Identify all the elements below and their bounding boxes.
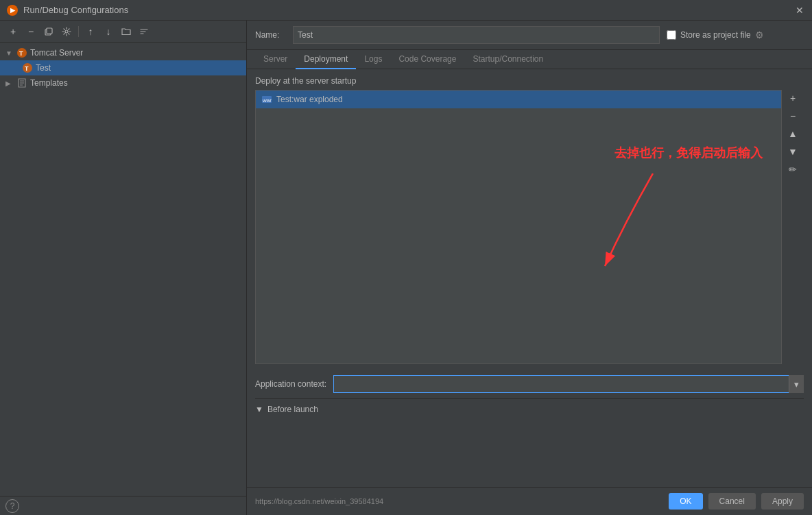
add-config-button[interactable]: + [5,24,21,39]
window-controls: ✕ [794,5,805,16]
title-bar-left: ▶ Run/Debug Configurations [7,5,128,16]
apply-button[interactable]: Apply [761,493,804,510]
settings-config-button[interactable] [59,24,74,39]
name-label: Name: [255,30,286,40]
app-icon: ▶ [7,5,18,16]
store-as-project-checkbox[interactable] [667,30,676,40]
list-edit-button[interactable]: ✏ [785,161,801,178]
svg-text:T: T [25,65,29,72]
list-remove-button[interactable]: − [785,108,801,124]
tab-logs[interactable]: Logs [356,50,390,69]
deploy-list: war Test:war exploded [255,90,782,364]
templates-label: Templates [30,78,68,88]
folder-button[interactable] [119,24,134,39]
store-file-area: Store as project file ⚙ [667,29,804,40]
tab-code-coverage[interactable]: Code Coverage [390,50,464,69]
war-exploded-icon: war [261,94,272,105]
list-down-button[interactable]: ▼ [785,143,801,160]
remove-config-button[interactable]: − [23,24,38,39]
app-context-dropdown-button[interactable]: ▾ [789,375,804,393]
tree-arrow-tomcat: ▼ [5,49,14,57]
before-launch-header[interactable]: ▼ Before launch [255,405,804,414]
sort-button[interactable] [136,24,152,39]
tree-arrow-templates: ▶ [5,80,14,87]
name-input[interactable] [293,26,660,44]
tab-deployment[interactable]: Deployment [296,50,356,69]
action-bar: https://blog.csdn.net/weixin_39584194 OK… [247,487,812,515]
title-bar: ▶ Run/Debug Configurations ✕ [0,0,812,21]
app-context-label: Application context: [255,379,326,389]
before-launch-label: Before launch [267,405,318,414]
close-button[interactable]: ✕ [794,5,805,16]
deploy-list-container: war Test:war exploded + − ▲ ▼ ✏ [255,90,804,364]
copy-config-button[interactable] [41,24,56,39]
test-run-icon: T [22,62,33,73]
tomcat-server-label: Tomcat Server [30,48,83,58]
list-action-buttons: + − ▲ ▼ ✏ [782,90,804,364]
app-context-input[interactable] [333,375,804,393]
right-panel: Name: Store as project file ⚙ Server Dep… [247,21,812,515]
name-row: Name: Store as project file ⚙ [247,21,812,50]
store-settings-icon[interactable]: ⚙ [755,29,764,40]
test-config-label: Test [36,63,51,73]
store-as-project-label: Store as project file [680,30,751,40]
svg-point-2 [65,30,68,33]
app-context-input-wrap: ▾ [333,375,804,393]
action-buttons: OK Cancel Apply [669,493,804,510]
left-bottom-bar: ? [0,496,246,515]
help-button[interactable]: ? [5,499,19,513]
tabs-bar: Server Deployment Logs Code Coverage Sta… [247,50,812,69]
before-launch-section: ▼ Before launch [255,398,804,420]
tree-item-templates[interactable]: ▶ Templates [0,75,246,91]
deploy-section-label: Deploy at the server startup [255,76,804,86]
deployment-content: Deploy at the server startup war Test:wa… [247,69,812,487]
tree-item-test[interactable]: T Test [0,60,246,75]
config-tree: ▼ T Tomcat Server T Test ▶ Templates [0,43,246,496]
tab-startup-connection[interactable]: Startup/Connection [464,50,551,69]
tab-server[interactable]: Server [255,50,296,69]
deploy-item-label: Test:war exploded [276,95,343,104]
move-down-button[interactable]: ↓ [101,24,116,39]
templates-icon [16,77,27,88]
deploy-list-item[interactable]: war Test:war exploded [256,91,781,108]
tree-item-tomcat-server[interactable]: ▼ T Tomcat Server [0,45,246,60]
cancel-button[interactable]: Cancel [708,493,756,510]
app-context-row: Application context: ▾ [255,370,804,398]
before-launch-arrow: ▼ [255,405,263,414]
main-container: + − ↑ ↓ ▼ T [0,21,812,515]
left-panel: + − ↑ ↓ ▼ T [0,21,247,515]
dialog-title: Run/Debug Configurations [23,5,128,15]
move-up-button[interactable]: ↑ [83,24,98,39]
svg-rect-1 [47,28,52,34]
list-add-button[interactable]: + [785,90,801,106]
tomcat-icon: T [16,47,27,58]
left-toolbar: + − ↑ ↓ [0,21,246,43]
list-up-button[interactable]: ▲ [785,125,801,142]
svg-text:war: war [262,97,272,104]
svg-text:T: T [19,50,23,57]
ok-button[interactable]: OK [669,493,702,510]
toolbar-separator [78,26,79,37]
url-hint: https://blog.csdn.net/weixin_39584194 [255,497,383,505]
